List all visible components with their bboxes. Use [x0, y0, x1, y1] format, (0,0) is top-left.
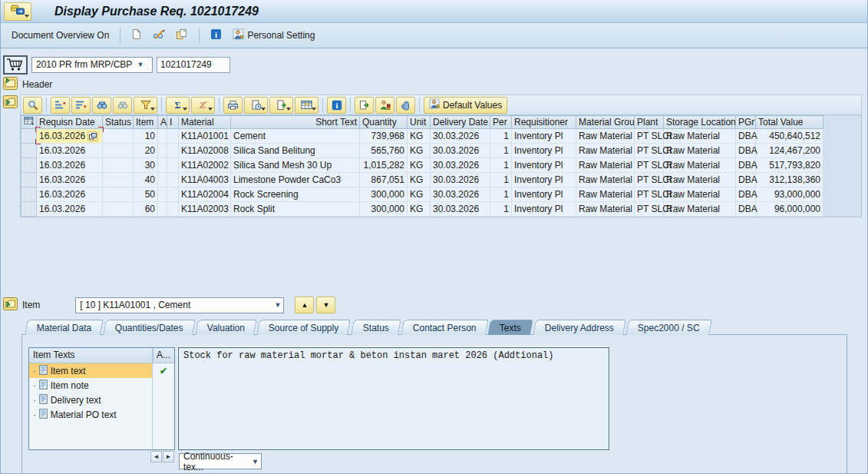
table-config-header[interactable] [21, 116, 37, 129]
sort-descending-icon[interactable] [71, 97, 91, 114]
tab-source-of-supply[interactable]: Source of Supply [256, 320, 351, 335]
column-header[interactable]: Status [103, 116, 134, 129]
column-header[interactable]: Unit [408, 116, 431, 129]
row-selector[interactable] [21, 173, 37, 187]
subtotal-icon[interactable]: Σ [191, 97, 215, 114]
column-header[interactable]: Material [179, 116, 231, 129]
tab-delivery-address[interactable]: Delivery Address [533, 320, 627, 335]
item-texts-list: Item Texts A... · [28, 347, 175, 450]
column-header[interactable]: A [158, 116, 167, 129]
print-preview-icon[interactable] [244, 97, 268, 114]
graphic-icon[interactable] [375, 97, 394, 114]
chevron-down-icon: ▼ [252, 458, 259, 466]
details-icon[interactable] [23, 97, 42, 114]
title-bar: Display Purchase Req. 1021017249 [1, 0, 867, 23]
text-format-select[interactable]: Continuous-tex... ▼ [179, 453, 262, 469]
text-document-icon [39, 365, 48, 377]
row-selector[interactable] [21, 187, 37, 202]
text-editor[interactable]: Stock for raw material mortar & beton in… [178, 347, 609, 450]
table-row: 16.03.2026 10 K11A01001 Cement 739,968 K… [21, 129, 823, 144]
approval-column-header: A... [153, 348, 174, 363]
tab-material-data[interactable]: Material Data [25, 320, 104, 335]
item-detail-row: Item [ 10 ] K11A01001 , Cement ▼ ▲ ▼ [3, 295, 864, 315]
next-item-button[interactable]: ▼ [316, 297, 335, 313]
column-header[interactable]: Quantity [360, 116, 408, 129]
column-header[interactable]: PGr [736, 116, 756, 129]
column-header[interactable]: Total Value [756, 116, 823, 129]
document-overview-button[interactable]: Document Overview On [8, 28, 112, 43]
column-header[interactable]: I [167, 116, 179, 129]
tab-spec2000-sc[interactable]: Spec2000 / SC [626, 320, 712, 335]
column-header[interactable]: Material Group [576, 116, 635, 129]
default-values-icon [429, 98, 440, 111]
scroll-left-icon[interactable]: ◄ [150, 451, 162, 462]
create-document-icon [131, 28, 142, 42]
table-row: 16.03.2026 20 K11A02008 Silica Sand Beli… [21, 144, 823, 158]
find-next-icon[interactable] [113, 97, 132, 114]
information-icon[interactable]: i [327, 97, 346, 114]
personal-setting-button[interactable]: Personal Setting [229, 27, 318, 44]
tab-quantities-dates[interactable]: Quantities/Dates [104, 320, 196, 335]
bullet-icon: · [33, 366, 36, 376]
choose-layout-icon[interactable] [295, 97, 318, 114]
print-icon[interactable] [223, 97, 243, 114]
item-tab-strip: Material Data Quantities/Dates Valuation… [26, 317, 864, 335]
filter-icon[interactable] [134, 97, 157, 114]
copy-button[interactable] [173, 27, 191, 44]
expand-header-button[interactable] [3, 77, 18, 92]
drilldown-icon[interactable] [87, 131, 98, 141]
row-selector[interactable] [21, 158, 37, 173]
column-header[interactable]: Short Text [231, 116, 360, 129]
column-header[interactable]: Per [490, 116, 512, 129]
information-button[interactable]: i [207, 27, 225, 44]
grid-toolbar: Σ Σ i [20, 94, 862, 114]
item-select[interactable]: [ 10 ] K11A01001 , Cement ▼ [75, 297, 284, 313]
items-table: Requisn DateStatusItemAIMaterialShort Te… [21, 115, 823, 217]
collapse-items-button[interactable] [3, 95, 18, 111]
tab-status[interactable]: Status [351, 320, 401, 335]
bullet-icon: · [33, 396, 36, 405]
column-header[interactable]: Item [134, 116, 158, 129]
chevron-down-icon: ▼ [322, 301, 329, 309]
text-document-icon [39, 409, 48, 421]
tab-valuation[interactable]: Valuation [195, 320, 257, 335]
row-selector[interactable] [21, 202, 37, 217]
sum-icon[interactable]: Σ [166, 97, 190, 114]
previous-item-button[interactable]: ▲ [295, 297, 314, 313]
column-header[interactable]: Requisitioner [512, 116, 576, 129]
column-header[interactable]: Storage Location [664, 116, 736, 129]
hold-icon[interactable] [396, 97, 415, 114]
column-header[interactable]: Delivery Date [431, 116, 490, 129]
doc-type-value: 2010 PR frm MRP/CBP [36, 59, 132, 70]
doc-type-select[interactable]: 2010 PR frm MRP/CBP ▼ [31, 57, 153, 73]
application-toolbar: Document Overview On [1, 23, 867, 48]
session-menu-button[interactable] [4, 2, 31, 21]
table-row: 16.03.2026 60 K11A02003 Rock Split 300,0… [21, 202, 823, 217]
texts-tab-panel: Item Texts A... · [21, 334, 847, 474]
svg-text:i: i [215, 30, 217, 39]
doc-number-field[interactable] [157, 57, 230, 73]
column-header[interactable]: Requisn Date [37, 116, 103, 129]
svg-text:Σ: Σ [175, 100, 181, 110]
copy-icon[interactable] [355, 97, 374, 114]
text-document-icon [39, 394, 48, 406]
default-values-button[interactable]: Default Values [424, 97, 507, 114]
sort-ascending-icon[interactable] [51, 97, 70, 114]
export-icon[interactable] [269, 97, 293, 114]
personal-setting-icon [233, 28, 244, 42]
main-area: 2010 PR frm MRP/CBP ▼ Header [1, 48, 867, 474]
display-change-button[interactable] [150, 27, 168, 44]
create-document-button[interactable] [128, 27, 145, 44]
tab-texts[interactable]: Texts [488, 320, 534, 335]
tab-contact-person[interactable]: Contact Person [401, 320, 488, 335]
column-header[interactable]: Plant [635, 116, 664, 129]
find-icon[interactable] [92, 97, 111, 114]
svg-text:i: i [335, 101, 338, 110]
chevron-down-icon: ▼ [137, 61, 144, 68]
toolbar-separator [120, 28, 120, 43]
collapse-item-button[interactable] [3, 297, 18, 313]
row-selector[interactable] [21, 144, 37, 158]
row-selector[interactable] [21, 129, 37, 144]
purchase-req-icon [3, 55, 28, 75]
scroll-right-icon[interactable]: ► [163, 451, 174, 462]
